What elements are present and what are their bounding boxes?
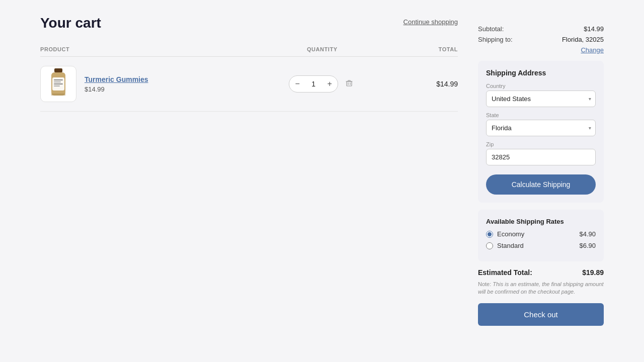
rate-left-economy: Economy [486,230,524,238]
change-shipping-link[interactable]: Change [478,46,604,54]
item-total: $14.99 [374,80,458,88]
quantity-decrease-button[interactable]: − [289,76,305,92]
checkout-button[interactable]: Check out [478,303,604,326]
estimated-total-row: Estimated Total: $19.89 [478,268,604,277]
shipping-to-row: Shipping to: Florida, 32025 [478,36,604,43]
quantity-controls: − + [289,75,338,93]
item-name[interactable]: Turmeric Gummies [85,75,148,83]
shipping-address-section: Shipping Address Country United States C… [478,61,604,203]
table-header: PRODUCT QUANTITY TOTAL [40,46,458,57]
shipping-to-label: Shipping to: [478,36,513,43]
col-total-header: TOTAL [374,46,458,52]
subtotal-value: $14.99 [584,25,604,33]
page-title: Your cart [40,15,101,31]
state-label: State [486,112,596,118]
col-quantity-header: QUANTITY [270,46,375,52]
subtotal-row: Subtotal: $14.99 [478,25,604,33]
page-wrapper: Your cart Continue shopping PRODUCT QUAN… [0,0,644,362]
item-image [40,66,76,102]
zip-input[interactable]: 32825 [486,149,596,165]
quantity-increase-button[interactable]: + [321,76,338,92]
estimated-total-label: Estimated Total: [478,268,532,277]
svg-rect-8 [347,81,352,86]
delete-item-button[interactable] [343,77,355,91]
svg-rect-7 [51,94,65,96]
svg-rect-0 [54,68,62,72]
product-image-svg [46,68,70,100]
note-italic: This is an estimate, the final shipping … [478,281,603,295]
rate-left-standard: Standard [486,242,524,249]
estimated-total-value: $19.89 [582,268,604,277]
item-info: Turmeric Gummies $14.99 [85,75,148,93]
rate-price-standard: $6.90 [579,242,596,249]
main-layout: Your cart Continue shopping PRODUCT QUAN… [40,0,604,326]
cart-item: Turmeric Gummies $14.99 − + [40,57,458,112]
zip-field: Zip 32825 [486,141,596,165]
item-product: Turmeric Gummies $14.99 [40,66,270,102]
page-header: Your cart Continue shopping [40,15,458,31]
calculate-shipping-button[interactable]: Calculate Shipping [486,174,596,195]
shipping-address-title: Shipping Address [486,69,596,77]
shipping-rates-title: Available Shipping Rates [486,218,596,225]
zip-label: Zip [486,141,596,147]
quantity-input[interactable] [305,80,321,88]
rate-label-economy: Economy [497,230,524,238]
item-price: $14.99 [85,85,148,93]
rate-radio-economy[interactable] [486,231,493,238]
rate-label-standard: Standard [497,242,524,249]
rate-price-economy: $4.90 [579,230,596,238]
trash-icon [345,79,353,87]
shipping-rates-section: Available Shipping Rates Economy $4.90 S… [478,210,604,261]
continue-shopping-link[interactable]: Continue shopping [404,15,458,26]
rate-radio-standard[interactable] [486,242,493,249]
country-select[interactable]: United States Canada United Kingdom Aust… [486,90,596,107]
note-text: Note: This is an estimate, the final shi… [478,281,604,296]
rate-option-standard: Standard $6.90 [486,242,596,249]
rate-option-economy: Economy $4.90 [486,230,596,238]
note-prefix: Note: [478,281,491,287]
country-label: Country [486,83,596,89]
svg-rect-6 [54,85,60,86]
summary-section: Subtotal: $14.99 Shipping to: Florida, 3… [478,25,604,326]
country-field: Country United States Canada United King… [486,83,596,107]
svg-rect-4 [54,81,61,82]
right-column: Subtotal: $14.99 Shipping to: Florida, 3… [478,15,604,326]
svg-rect-5 [54,83,63,84]
state-field: State Alabama Alaska Arizona Arkansas Ca… [486,112,596,136]
item-quantity: − + [270,75,375,93]
left-column: Your cart Continue shopping PRODUCT QUAN… [40,15,458,326]
state-select-wrapper: Alabama Alaska Arizona Arkansas Californ… [486,120,596,136]
state-select[interactable]: Alabama Alaska Arizona Arkansas Californ… [486,120,596,136]
svg-rect-3 [54,79,63,80]
subtotal-label: Subtotal: [478,25,504,33]
country-select-wrapper: United States Canada United Kingdom Aust… [486,90,596,107]
shipping-to-value: Florida, 32025 [562,36,604,43]
col-product-header: PRODUCT [40,46,270,52]
